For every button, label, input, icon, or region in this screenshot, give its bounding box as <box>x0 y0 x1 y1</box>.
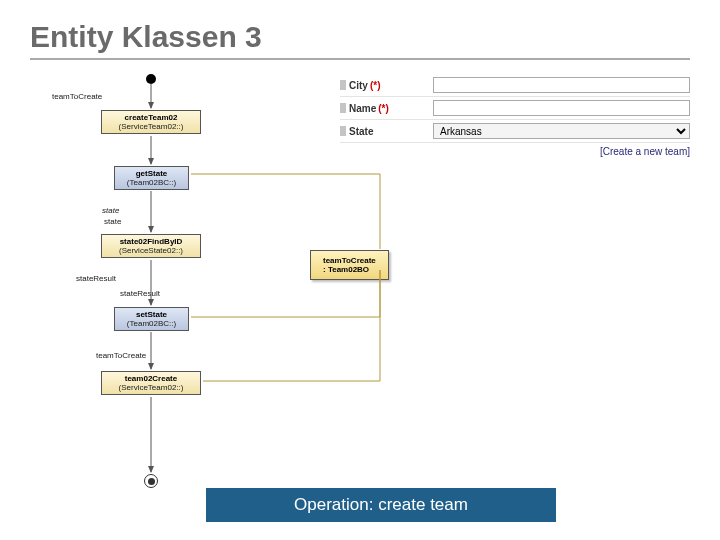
form-row-state: State Arkansas <box>340 120 690 143</box>
node-state02findbyid: state02FindByID (ServiceState02::) <box>101 234 201 258</box>
label-state-ital: state <box>102 206 119 215</box>
node-team02create: team02Create (ServiceTeam02::) <box>101 371 201 395</box>
name-field[interactable] <box>433 100 690 116</box>
required-icon: (*) <box>370 80 381 91</box>
data-object: teamToCreate : Team02BO <box>310 250 389 280</box>
field-label: Name <box>349 103 376 114</box>
node-getstate: getState (Team02BC::) <box>114 166 189 190</box>
form-panel: City(*) Name(*) State Arkansas [Create a… <box>340 74 690 504</box>
state-select[interactable]: Arkansas <box>433 123 690 139</box>
form-row-name: Name(*) <box>340 97 690 120</box>
page-title: Entity Klassen 3 <box>30 20 690 60</box>
activity-diagram: teamToCreate createTeam02 (ServiceTeam02… <box>30 74 340 504</box>
label-state: state <box>104 217 121 226</box>
node-setstate: setState (Team02BC::) <box>114 307 189 331</box>
drag-handle-icon <box>340 103 346 113</box>
end-node <box>144 474 158 488</box>
field-label: City <box>349 80 368 91</box>
label-teamtocreate2: teamToCreate <box>96 351 146 360</box>
city-field[interactable] <box>433 77 690 93</box>
label-teamtocreate: teamToCreate <box>52 92 102 101</box>
drag-handle-icon <box>340 126 346 136</box>
node-createteam02: createTeam02 (ServiceTeam02::) <box>101 110 201 134</box>
label-stateresult2: stateResult <box>120 289 160 298</box>
field-label: State <box>349 126 373 137</box>
form-row-action: [Create a new team] <box>340 143 690 160</box>
required-icon: (*) <box>378 103 389 114</box>
create-team-button[interactable]: [Create a new team] <box>600 146 690 157</box>
drag-handle-icon <box>340 80 346 90</box>
label-stateresult: stateResult <box>76 274 116 283</box>
start-node <box>146 74 156 84</box>
caption-banner: Operation: create team <box>206 488 556 522</box>
form-row-city: City(*) <box>340 74 690 97</box>
